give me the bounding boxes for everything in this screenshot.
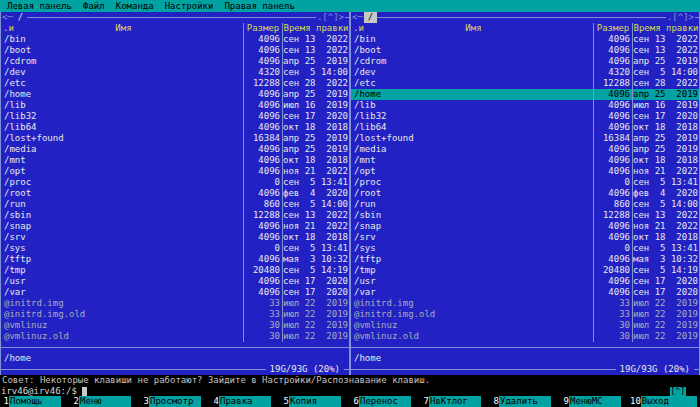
file-row[interactable]: @initrd.img.old33июл 22 2019 [351,309,699,320]
file-row[interactable]: /mnt4096окт 18 2018 [351,155,699,166]
menu-right-panel[interactable]: Правая панель [224,0,294,12]
file-row[interactable]: /lib324096сен 17 2020 [351,111,699,122]
file-row[interactable]: /sbin12288сен 13 2022 [351,210,699,221]
file-row[interactable]: /snap4096ноя 21 2022 [351,221,699,232]
file-row[interactable]: @initrd.img33июл 22 2019 [1,298,349,309]
file-row[interactable]: /cdrom4096апр 25 2019 [1,56,349,67]
right-panel-path[interactable]: / [364,12,377,23]
file-row[interactable]: /tftp4096мая 3 10:32 [351,254,699,265]
file-row[interactable]: /var4096сен 17 2020 [1,287,349,298]
file-name: /mnt [1,155,243,166]
file-row[interactable]: @initrd.img.old33июл 22 2019 [1,309,349,320]
scroll-up-icon[interactable]: [^] [670,387,686,396]
column-name-header[interactable]: .иИмя [1,23,243,34]
file-row[interactable]: /sys0сен 5 13:41 [351,243,699,254]
fkey-4-button[interactable]: 4Правка [210,396,280,407]
file-row[interactable]: /lib4096июл 16 2019 [1,100,349,111]
file-row[interactable]: /boot4096сен 13 2022 [1,45,349,56]
file-row[interactable]: /proc0сен 5 13:41 [351,177,699,188]
fkey-number: 2 [70,396,79,407]
file-row[interactable]: @vmlinuz.old30июл 22 2019 [1,331,349,342]
file-row[interactable]: /home4096апр 25 2019 [351,89,699,100]
file-row[interactable]: /run860сен 5 14:00 [1,199,349,210]
file-size: 0 [243,243,283,254]
fkey-1-button[interactable]: 1Помощь [0,396,70,407]
file-size: 4096 [243,111,283,122]
file-row[interactable]: /lib4096июл 16 2019 [351,100,699,111]
file-row[interactable]: /sbin12288сен 13 2022 [1,210,349,221]
fkey-9-button[interactable]: 9МенюМС [560,396,630,407]
file-row[interactable]: /srv4096окт 18 2018 [351,232,699,243]
file-row[interactable]: /lib324096сен 17 2020 [1,111,349,122]
file-name: /var [351,287,593,298]
file-row[interactable]: /lost+found16384апр 25 2019 [1,133,349,144]
file-name: /sbin [1,210,243,221]
command-line[interactable]: irv46@irv46:/$ [^] [0,386,700,396]
file-row[interactable]: /etc12288сен 28 2022 [1,78,349,89]
fkey-number: 3 [140,396,149,407]
panel-menu-icon[interactable]: .[^]> [316,12,345,23]
file-row[interactable]: /media4096апр 25 2019 [1,144,349,155]
file-row[interactable]: @vmlinuz.old30июл 22 2019 [351,331,699,342]
file-row[interactable]: /tftp4096мая 3 10:32 [1,254,349,265]
fkey-10-button[interactable]: 10Выход [630,396,700,407]
menu-command[interactable]: Команда [116,0,154,12]
file-row[interactable]: /root4096фев 4 2020 [1,188,349,199]
file-row[interactable]: /dev4320сен 5 14:00 [1,67,349,78]
file-row[interactable]: /lib644096окт 18 2018 [1,122,349,133]
file-row[interactable]: @initrd.img33июл 22 2019 [351,298,699,309]
file-row[interactable]: /proc0сен 5 13:41 [1,177,349,188]
file-row[interactable]: /var4096сен 17 2020 [351,287,699,298]
file-row[interactable]: /root4096фев 4 2020 [351,188,699,199]
file-row[interactable]: /tmp20480сен 5 14:19 [351,265,699,276]
fkey-6-button[interactable]: 6Перенос [350,396,420,407]
menu-file[interactable]: Файл [83,0,105,12]
column-name-header[interactable]: .иИмя [351,23,593,34]
file-row[interactable]: /dev4320сен 5 14:00 [351,67,699,78]
file-mtime: апр 25 2019 [633,56,699,67]
menu-left-panel[interactable]: Левая панель [7,0,72,12]
file-row[interactable]: /boot4096сен 13 2022 [351,45,699,56]
file-name: /run [1,199,243,210]
fkey-5-button[interactable]: 5Копия [280,396,350,407]
left-disk-usage: 19G/93G (20%) [266,364,344,375]
fkey-7-button[interactable]: 7НвКтлог [420,396,490,407]
column-size-header[interactable]: Размер [593,23,633,34]
panel-menu-icon[interactable]: .[^]> [666,12,695,23]
file-row[interactable]: /media4096апр 25 2019 [351,144,699,155]
file-row[interactable]: /bin4096сен 13 2022 [351,34,699,45]
menu-options[interactable]: Настройки [165,0,214,12]
file-mtime: сен 5 13:41 [633,243,699,254]
file-row[interactable]: /usr4096сен 17 2020 [351,276,699,287]
history-back-icon[interactable]: <─ [351,12,364,23]
file-row[interactable]: /opt4096ноя 21 2022 [351,166,699,177]
file-row[interactable]: /snap4096ноя 21 2022 [1,221,349,232]
column-mtime-header[interactable]: Время правки [633,23,699,34]
file-row[interactable]: @vmlinuz30июл 22 2019 [351,320,699,331]
fkey-2-button[interactable]: 2Меню [70,396,140,407]
fkey-3-button[interactable]: 3Просмотр [140,396,210,407]
column-size-header[interactable]: Размер [243,23,283,34]
history-back-icon[interactable]: <─ [1,12,14,23]
file-name: /snap [351,221,593,232]
fkey-label: Перенос [359,396,411,407]
file-row[interactable]: /usr4096сен 17 2020 [1,276,349,287]
file-name: /proc [351,177,593,188]
file-row[interactable]: /lost+found16384апр 25 2019 [351,133,699,144]
file-row[interactable]: /opt4096ноя 21 2022 [1,166,349,177]
file-row[interactable]: /tmp20480сен 5 14:19 [1,265,349,276]
file-row[interactable]: /bin4096сен 13 2022 [1,34,349,45]
column-mtime-header[interactable]: Время правки [283,23,349,34]
file-row[interactable]: @vmlinuz30июл 22 2019 [1,320,349,331]
file-row[interactable]: /lib644096окт 18 2018 [351,122,699,133]
fkey-8-button[interactable]: 8Удалить [490,396,560,407]
file-row[interactable]: /sys0сен 5 13:41 [1,243,349,254]
file-row[interactable]: /etc12288сен 28 2022 [351,78,699,89]
file-row[interactable]: /run860сен 5 14:00 [351,199,699,210]
file-row[interactable]: /cdrom4096апр 25 2019 [351,56,699,67]
file-row[interactable]: /home4096апр 25 2019 [1,89,349,100]
file-row[interactable]: /mnt4096окт 18 2018 [1,155,349,166]
file-row[interactable]: /srv4096окт 18 2018 [1,232,349,243]
file-mtime: фев 4 2020 [283,188,349,199]
left-panel-path[interactable]: / [14,12,27,23]
